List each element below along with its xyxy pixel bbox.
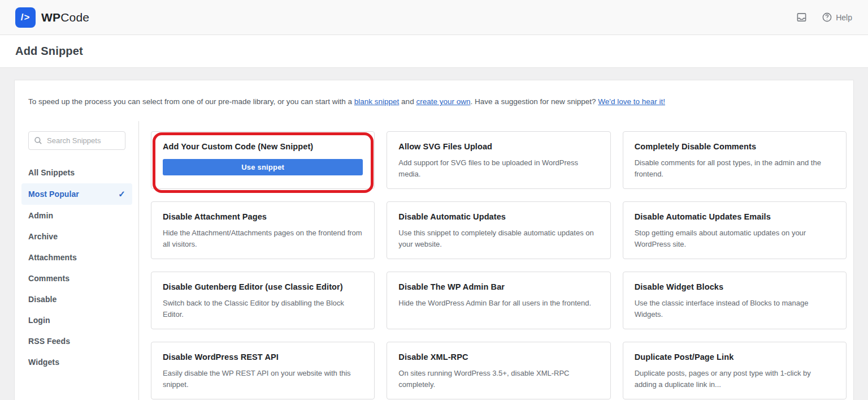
logo-text: WPCode [41, 11, 89, 24]
logo-text-wp: WP [41, 11, 60, 24]
snippet-card-description: Easily disable the WP REST API on your w… [163, 368, 363, 390]
snippet-card[interactable]: Completely Disable Comments Disable comm… [623, 131, 847, 189]
snippet-card[interactable]: Duplicate Post/Page Link Duplicate posts… [623, 342, 847, 399]
snippet-card-custom-code[interactable]: Add Your Custom Code (New Snippet) Use s… [151, 131, 375, 189]
snippet-card-description: Hide the Attachment/Attachments pages on… [163, 227, 363, 250]
snippet-card-description: Stop getting emails about automatic upda… [635, 227, 835, 250]
code-logo-icon: /> [15, 7, 36, 28]
snippet-card[interactable]: Disable Gutenberg Editor (use Classic Ed… [151, 272, 375, 329]
snippet-card-description: Duplicate posts, pages or any post type … [635, 368, 835, 390]
sidebar-item-disable[interactable]: Disable [21, 289, 132, 309]
topbar-actions: Help [796, 12, 852, 23]
wpcode-logo: /> WPCode [15, 7, 89, 28]
sidebar-item-comments[interactable]: Comments [21, 268, 132, 289]
intro-part3: . Have a suggestion for new snippet? [470, 97, 598, 106]
sidebar-item-rss-feeds[interactable]: RSS Feeds [21, 331, 132, 351]
suggestion-link[interactable]: We'd love to hear it! [598, 97, 665, 106]
category-label: All Snippets [28, 168, 75, 177]
search-icon [34, 136, 42, 145]
logo-text-code: Code [60, 11, 89, 24]
snippet-card[interactable]: Disable WordPress REST API Easily disabl… [151, 342, 375, 399]
page: /> WPCode Help [0, 0, 868, 400]
snippet-card-title: Disable WordPress REST API [163, 352, 363, 362]
snippet-card-description: Disable comments for all post types, in … [635, 157, 835, 179]
category-label: Most Popular [28, 190, 79, 199]
intro-part1: To speed up the process you can select f… [28, 97, 354, 106]
use-snippet-button[interactable]: Use snippet [163, 159, 363, 175]
intro-text: To speed up the process you can select f… [15, 80, 853, 121]
snippet-card-title: Disable XML-RPC [398, 352, 598, 362]
category-label: RSS Feeds [28, 337, 70, 346]
sidebar-item-widgets[interactable]: Widgets [21, 352, 132, 372]
snippet-card[interactable]: Disable XML-RPC On sites running WordPre… [387, 342, 610, 399]
category-label: Archive [28, 232, 58, 241]
main-area: To speed up the process you can select f… [0, 68, 868, 400]
search-input[interactable] [28, 131, 125, 150]
code-logo-glyph: /> [21, 12, 31, 23]
snippet-card-title: Disable Automatic Updates Emails [635, 212, 835, 221]
snippet-card[interactable]: Disable Automatic Updates Emails Stop ge… [623, 201, 847, 259]
snippet-card-title: Disable Widget Blocks [635, 282, 835, 291]
snippet-card-description: Use the classic interface instead of Blo… [635, 298, 835, 320]
snippet-card-title: Completely Disable Comments [635, 142, 835, 151]
help-label: Help [836, 13, 852, 22]
snippet-card[interactable]: Allow SVG Files Upload Add support for S… [387, 131, 610, 189]
snippet-card-description: Add support for SVG files to be uploaded… [398, 157, 598, 179]
snippet-card-title: Disable The WP Admin Bar [398, 282, 598, 291]
search-box [28, 131, 125, 150]
categories-sidebar: All Snippets Most Popular✓ Admin Archive… [15, 121, 139, 400]
snippet-card-title: Disable Attachment Pages [163, 212, 363, 221]
page-title: Add Snippet [15, 45, 83, 58]
snippet-card-description: Hide the WordPress Admin Bar for all use… [398, 298, 598, 309]
category-list: All Snippets Most Popular✓ Admin Archive… [28, 162, 125, 372]
snippet-library-panel: To speed up the process you can select f… [14, 80, 854, 400]
top-bar: /> WPCode Help [0, 0, 868, 35]
help-icon [822, 12, 832, 23]
intro-part2: and [399, 97, 416, 106]
category-label: Login [28, 316, 50, 325]
page-header: Add Snippet [0, 35, 868, 68]
create-your-own-link[interactable]: create your own [416, 97, 470, 106]
category-label: Comments [28, 274, 70, 283]
sidebar-item-most-popular[interactable]: Most Popular✓ [21, 183, 132, 205]
snippet-cards-grid: Add Your Custom Code (New Snippet) Use s… [151, 131, 847, 400]
category-label: Widgets [28, 358, 59, 367]
category-label: Disable [28, 295, 57, 304]
help-button[interactable]: Help [822, 12, 852, 23]
sidebar-item-admin[interactable]: Admin [21, 205, 132, 226]
sidebar-item-attachments[interactable]: Attachments [21, 247, 132, 268]
sidebar-item-login[interactable]: Login [21, 310, 132, 330]
snippet-cards-area: Add Your Custom Code (New Snippet) Use s… [139, 121, 853, 400]
snippet-card-title: Duplicate Post/Page Link [635, 352, 835, 362]
snippet-card-title: Disable Gutenberg Editor (use Classic Ed… [163, 282, 363, 291]
snippet-card[interactable]: Disable Attachment Pages Hide the Attach… [151, 201, 375, 259]
snippet-card[interactable]: Disable The WP Admin Bar Hide the WordPr… [387, 272, 610, 329]
check-icon: ✓ [118, 189, 125, 199]
snippet-card-description: On sites running WordPress 3.5+, disable… [398, 368, 598, 390]
snippet-card-title: Allow SVG Files Upload [398, 142, 598, 151]
snippet-card-description: Switch back to the Classic Editor by dis… [163, 298, 363, 320]
category-label: Attachments [28, 253, 77, 262]
inbox-icon[interactable] [796, 12, 807, 23]
snippet-card-title: Disable Automatic Updates [398, 212, 598, 221]
snippet-card[interactable]: Disable Automatic Updates Use this snipp… [387, 201, 610, 259]
blank-snippet-link[interactable]: blank snippet [354, 97, 400, 106]
content-row: All Snippets Most Popular✓ Admin Archive… [15, 121, 853, 400]
sidebar-item-all-snippets[interactable]: All Snippets [21, 162, 132, 183]
category-label: Admin [28, 211, 53, 220]
snippet-card-description: Use this snippet to completely disable a… [398, 227, 598, 250]
snippet-card-title: Add Your Custom Code (New Snippet) [163, 142, 363, 151]
sidebar-item-archive[interactable]: Archive [21, 226, 132, 247]
snippet-card[interactable]: Disable Widget Blocks Use the classic in… [623, 272, 847, 329]
